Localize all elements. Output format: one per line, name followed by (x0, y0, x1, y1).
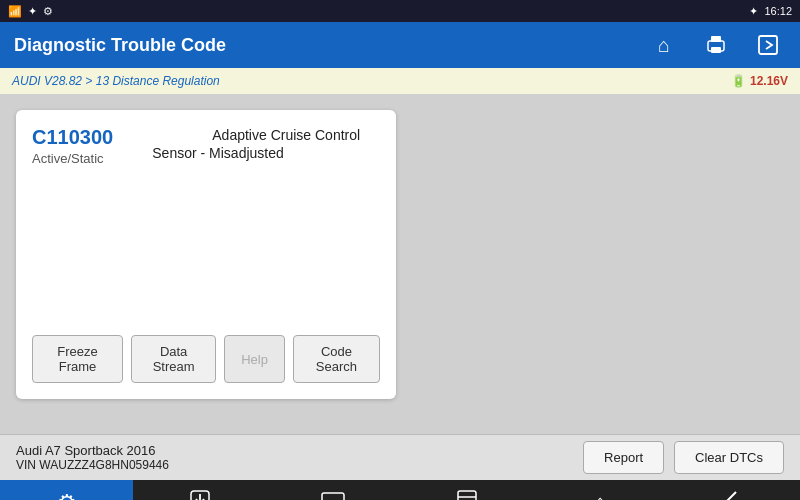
settings-icon: ⚙ (43, 5, 53, 18)
dtc-description: Adaptive Cruise Control Sensor - Misadju… (152, 127, 360, 161)
nav-settings[interactable]: ⚙ (0, 480, 133, 500)
nav-download[interactable] (133, 480, 266, 500)
footer-info: Audi A7 Sportback 2016 VIN WAUZZZ4G8HN05… (16, 443, 169, 472)
svg-rect-2 (711, 47, 721, 53)
help-button[interactable]: Help (224, 335, 285, 383)
dtc-card: C110300 Active/Static Adaptive Cruise Co… (16, 110, 396, 399)
status-bar: 📶 ✦ ⚙ ✦ 16:12 (0, 0, 800, 22)
header-bar: Diagnostic Trouble Code ⌂ (0, 22, 800, 68)
nav-back-icon (721, 488, 745, 500)
dtc-code: C110300 (32, 126, 113, 148)
svg-rect-3 (759, 36, 777, 54)
voltage-value: 12.16V (750, 74, 788, 88)
dtc-left: C110300 Active/Static (32, 126, 136, 167)
nav-vci-icon: VCI (320, 489, 346, 500)
footer-buttons: Report Clear DTCs (583, 441, 784, 474)
nav-settings-icon: ⚙ (57, 490, 77, 500)
svg-rect-8 (458, 491, 476, 500)
nav-vci[interactable]: VCI (267, 480, 400, 500)
dtc-status: Active/Static (32, 151, 104, 166)
battery-icon: 🔋 (731, 74, 746, 88)
time-display: 16:12 (764, 5, 792, 17)
nav-bar: ⚙ VCI ⌂ (0, 480, 800, 500)
header-icons: ⌂ (646, 27, 786, 63)
footer-car: Audi A7 Sportback 2016 (16, 443, 169, 458)
dtc-right: Adaptive Cruise Control Sensor - Misadju… (152, 126, 380, 162)
status-right: ✦ 16:12 (749, 5, 792, 18)
report-button[interactable]: Report (583, 441, 664, 474)
print-button[interactable] (698, 27, 734, 63)
page-title: Diagnostic Trouble Code (14, 35, 226, 56)
footer-bar: Audi A7 Sportback 2016 VIN WAUZZZ4G8HN05… (0, 434, 800, 480)
nav-window-icon (455, 488, 479, 500)
bluetooth-icon: ✦ (749, 5, 758, 18)
footer-vin: VIN WAUZZZ4G8HN059446 (16, 458, 169, 472)
status-left: 📶 ✦ ⚙ (8, 5, 53, 18)
breadcrumb-bar: AUDI V28.82 > 13 Distance Regulation 🔋 1… (0, 68, 800, 94)
nav-back[interactable] (667, 480, 800, 500)
action-buttons: Freeze Frame Data Stream Help Code Searc… (32, 335, 380, 383)
svg-rect-1 (711, 36, 721, 42)
clear-dtcs-button[interactable]: Clear DTCs (674, 441, 784, 474)
nav-window[interactable] (400, 480, 533, 500)
exit-button[interactable] (750, 27, 786, 63)
nav-home[interactable]: ⌂ (533, 480, 666, 500)
bt-icon: ✦ (28, 5, 37, 18)
main-content: C110300 Active/Static Adaptive Cruise Co… (0, 94, 800, 434)
nav-home-icon: ⌂ (593, 489, 608, 500)
freeze-frame-button[interactable]: Freeze Frame (32, 335, 123, 383)
voltage-display: 🔋 12.16V (731, 74, 788, 88)
code-search-button[interactable]: Code Search (293, 335, 380, 383)
home-button[interactable]: ⌂ (646, 27, 682, 63)
wifi-icon: 📶 (8, 5, 22, 18)
data-stream-button[interactable]: Data Stream (131, 335, 216, 383)
breadcrumb: AUDI V28.82 > 13 Distance Regulation (12, 74, 220, 88)
nav-download-icon (187, 487, 213, 500)
